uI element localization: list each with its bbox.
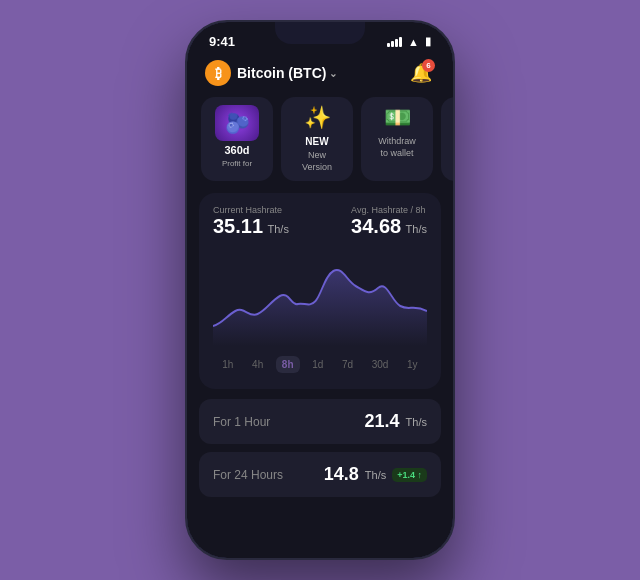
stat-unit-24hours: Th/s [365,469,386,481]
avg-hashrate-value-row: 34.68 Th/s [351,215,427,238]
coin-selector[interactable]: ₿ Bitcoin (BTC) ⌄ [205,60,337,86]
status-time: 9:41 [209,34,235,49]
stat-value-group-24hours: 14.8 Th/s +1.4 ↑ [324,464,427,485]
avg-hashrate-label: Avg. Hashrate / 8h [351,205,427,215]
hashrate-header: Current Hashrate 35.11 Th/s Avg. Hashrat… [213,205,427,238]
profit-days: 360d [224,144,249,156]
new-version-card[interactable]: ✨ NEW NewVersion [281,97,353,181]
stat-row-1hour: For 1 Hour 21.4 Th/s [199,399,441,444]
filter-1h[interactable]: 1h [216,356,239,373]
coin-name: Bitcoin (BTC) ⌄ [237,65,337,81]
filter-30d[interactable]: 30d [366,356,395,373]
new-label: NEW [305,136,328,147]
stat-value-24hours: 14.8 [324,464,359,485]
exchange-card[interactable]: 🔄 Excha [441,97,453,181]
current-hashrate-group: Current Hashrate 35.11 Th/s [213,205,289,238]
stat-value-group-1hour: 21.4 Th/s [365,411,427,432]
chart-svg [213,246,427,346]
notch [275,22,365,44]
stat-label-24hours: For 24 Hours [213,468,283,482]
notification-button[interactable]: 🔔 6 [407,59,435,87]
wallet-icon: 💵 [384,105,411,131]
stat-row-24hours: For 24 Hours 14.8 Th/s +1.4 ↑ [199,452,441,497]
stat-label-1hour: For 1 Hour [213,415,270,429]
current-hashrate-label: Current Hashrate [213,205,289,215]
current-hashrate-value: 35.11 [213,215,263,237]
filter-1d[interactable]: 1d [306,356,329,373]
wallet-card[interactable]: 💵 Withdrawto wallet [361,97,433,181]
btc-symbol: ₿ [215,66,222,81]
battery-icon: ▮ [425,35,431,48]
status-icons: ▲ ▮ [387,35,431,48]
profit-card[interactable]: 🫐 360d Profit for [201,97,273,181]
cards-row: 🫐 360d Profit for ✨ NEW NewVersion 💵 Wit… [187,97,453,193]
hashrate-chart [213,246,427,346]
time-filters: 1h 4h 8h 1d 7d 30d 1y [213,350,427,381]
stat-value-1hour: 21.4 [365,411,400,432]
new-version-label: NewVersion [302,150,332,173]
filter-4h[interactable]: 4h [246,356,269,373]
stat-unit-1hour: Th/s [406,416,427,428]
avg-hashrate-unit: Th/s [406,223,427,235]
avg-hashrate-group: Avg. Hashrate / 8h 34.68 Th/s [351,205,427,238]
app-header: ₿ Bitcoin (BTC) ⌄ 🔔 6 [187,53,453,97]
chart-fill [213,270,427,346]
filter-7d[interactable]: 7d [336,356,359,373]
current-hashrate-unit: Th/s [268,223,289,235]
filter-1y[interactable]: 1y [401,356,424,373]
profit-icon: 🫐 [215,105,259,141]
current-hashrate-value-row: 35.11 Th/s [213,215,289,238]
wifi-icon: ▲ [408,36,419,48]
btc-icon: ₿ [205,60,231,86]
notification-badge: 6 [422,59,435,72]
hashrate-section: Current Hashrate 35.11 Th/s Avg. Hashrat… [199,193,441,389]
chevron-down-icon: ⌄ [329,68,337,79]
stats-section: For 1 Hour 21.4 Th/s For 24 Hours 14.8 T… [199,399,441,497]
avg-hashrate-value: 34.68 [351,215,401,237]
new-version-icon: ✨ [304,105,331,131]
filter-8h[interactable]: 8h [276,356,300,373]
phone-shell: 9:41 ▲ ▮ ₿ Bitcoin (BTC) ⌄ [185,20,455,560]
screen: 9:41 ▲ ▮ ₿ Bitcoin (BTC) ⌄ [187,22,453,558]
stat-badge-24hours: +1.4 ↑ [392,468,427,482]
profit-label: Profit for [222,159,252,168]
wallet-label: Withdrawto wallet [378,136,416,159]
signal-bars-icon [387,37,402,47]
